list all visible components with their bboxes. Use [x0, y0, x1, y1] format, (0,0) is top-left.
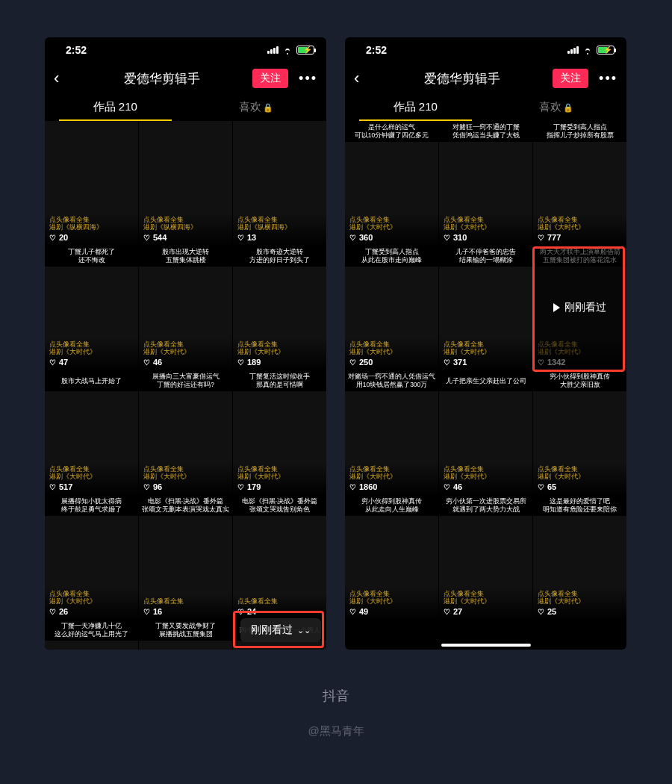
video-cell[interactable]: 丁蟹受到高人指点指挥儿子炒掉所有股票点头像看全集港剧《大时代》♡777	[533, 121, 626, 245]
video-footer: 点头像看全集港剧《大时代》♡27	[439, 587, 532, 619]
video-cell[interactable]: 丁蟹受到高人指点从此在股市走向巅峰点头像看全集港剧《大时代》♡250	[345, 246, 438, 370]
video-cell[interactable]: 股市大战马上开始了点头像看全集港剧《大时代》♡517	[45, 370, 138, 494]
video-footer: 点头像看全集港剧《大时代》♡371	[439, 337, 532, 370]
video-cell[interactable]: 对赌场一窍不通的人凭借运气用10块钱居然赢了300万点头像看全集港剧《大时代》♡…	[345, 370, 438, 494]
video-title: 穷小伙第一次进股票交易所就遇到了两大势力大战	[439, 495, 532, 516]
status-time: 2:52	[366, 44, 387, 56]
like-count: ♡189	[237, 358, 322, 367]
video-footer: 点头像看全集港剧《大时代》♡777	[533, 213, 626, 245]
video-cell[interactable]: 两大天才联手上演草船借箭五蟹集团被打的落花流水点头像看全集港剧《大时代》♡134…	[533, 246, 626, 370]
video-cell[interactable]: 这是最好的爱情了吧明知道有危险还要来陪你点头像看全集港剧《大时代》♡25	[533, 495, 626, 619]
just-watched-overlay[interactable]: 刚刚看过	[533, 246, 626, 370]
like-count: ♡250	[349, 358, 434, 367]
tab-works[interactable]: 作品 210	[345, 94, 486, 121]
video-title: 电影《扫黑·决战》番外篇张颂文哭戏告别角色	[233, 495, 326, 516]
heart-icon: ♡	[143, 358, 150, 367]
video-title: 这是最好的爱情了吧明知道有危险还要来陪你	[533, 495, 626, 516]
video-cell[interactable]: 展播向三大富豪借运气丁蟹的好运还有吗?点头像看全集港剧《大时代》♡96	[139, 370, 232, 494]
like-count: ♡24	[237, 607, 322, 616]
video-footer: 点头像看全集港剧《大时代》♡46	[439, 462, 532, 494]
video-cell[interactable]: 点头像看全集港剧《纵横四海》♡13	[233, 121, 326, 245]
series-label: 点头像看全集港剧《大时代》	[538, 216, 622, 231]
video-cell[interactable]: 股市出现大逆转五蟹集体跳楼点头像看全集港剧《大时代》♡46	[139, 246, 232, 370]
caption-author: @黑马青年	[0, 724, 672, 738]
lock-icon: 🔒	[563, 103, 573, 112]
video-cell[interactable]: 是什么样的运气可以10分钟赚了四亿多元点头像看全集港剧《大时代》♡360	[345, 121, 438, 245]
video-footer: 点头像看全集港剧《大时代》♡49	[345, 587, 438, 619]
like-count: ♡371	[444, 358, 528, 367]
like-count: ♡26	[49, 607, 134, 616]
series-label: 点头像看全集港剧《大时代》	[143, 465, 228, 481]
series-label: 点头像看全集港剧《大时代》	[237, 340, 322, 356]
video-footer: 点头像看全集港剧《纵横四海》♡13	[233, 213, 326, 245]
video-cell[interactable]: 丁蟹儿子都死了还不悔改点头像看全集港剧《大时代》♡47	[45, 246, 138, 370]
like-count: ♡46	[143, 358, 228, 367]
heart-icon: ♡	[538, 234, 544, 242]
tab-likes[interactable]: 喜欢🔒	[186, 94, 327, 121]
video-title: 丁蟹受到高人指点从此在股市走向巅峰	[345, 246, 438, 267]
video-title: 穷小伙得到股神真传从此走向人生巅峰	[345, 495, 438, 516]
heart-icon: ♡	[49, 608, 56, 616]
heart-icon: ♡	[538, 483, 544, 491]
heart-icon: ♡	[444, 483, 450, 491]
heart-icon: ♡	[49, 234, 56, 242]
video-cell[interactable]: 股市奇迹大逆转方进的好日子到头了点头像看全集港剧《大时代》♡189	[233, 246, 326, 370]
video-grid[interactable]: 是什么样的运气可以10分钟赚了四亿多元点头像看全集港剧《大时代》♡360对赌狂一…	[345, 121, 626, 619]
heart-icon: ♡	[49, 483, 56, 491]
video-title: 丁蟹一天净赚几十亿这么好的运气马上用光了	[45, 620, 138, 641]
heart-icon: ♡	[49, 358, 56, 367]
video-title: 股市出现大逆转五蟹集体跳楼	[139, 246, 232, 267]
video-title: 股市大战马上开始了	[45, 370, 138, 391]
series-label: 点头像看全集港剧《大时代》	[538, 590, 622, 606]
heart-icon: ♡	[444, 608, 450, 616]
video-footer: 点头像看全集♡24	[233, 594, 326, 619]
video-cell[interactable]: 电影《扫黑·决战》番外篇张颂文无删本表演哭戏太真实点头像看全集♡16	[139, 495, 232, 619]
tab-likes[interactable]: 喜欢🔒	[486, 94, 627, 121]
video-footer: 点头像看全集港剧《大时代》♡26	[45, 587, 138, 619]
more-icon[interactable]: •••	[294, 71, 317, 87]
like-count: ♡517	[49, 482, 134, 491]
video-cell[interactable]: 丁蟹一天净赚几十亿这么好的运气马上用光了	[45, 620, 138, 650]
video-cell[interactable]: 电影《扫黑·决战》番外篇张颂文哭戏告别角色点头像看全集♡24	[233, 495, 326, 619]
video-cell[interactable]: 穷小伙得到股神真传大胜父亲旧敌点头像看全集港剧《大时代》♡65	[533, 370, 626, 494]
like-count: ♡20	[49, 233, 134, 242]
signal-icon	[267, 46, 279, 54]
video-title: 儿子把亲生父亲赶出了公司	[439, 370, 532, 391]
heart-icon: ♡	[237, 608, 244, 616]
video-cell[interactable]: 丁蟹复活这时候收手那真的是可惜啊点头像看全集港剧《大时代》♡179	[233, 370, 326, 494]
video-title: 丁蟹儿子都死了还不悔改	[45, 246, 138, 267]
heart-icon: ♡	[237, 483, 244, 491]
video-title: 展播得知小犹太得病终于鼓足勇气求婚了	[45, 495, 138, 516]
caption-app-name: 抖音	[0, 687, 672, 705]
video-cell[interactable]: 对赌狂一窍不通的丁蟹凭借鸿运当头赚了大钱点头像看全集港剧《大时代》♡310	[439, 121, 532, 245]
follow-button[interactable]: 关注	[252, 69, 288, 88]
video-grid[interactable]: 点头像看全集港剧《纵横四海》♡20点头像看全集港剧《纵横四海》♡544点头像看全…	[45, 121, 326, 650]
video-cell[interactable]: 点头像看全集港剧《纵横四海》♡20	[45, 121, 138, 245]
back-icon[interactable]: ‹	[54, 69, 72, 88]
video-cell[interactable]: 穷小伙得到股神真传从此走向人生巅峰点头像看全集港剧《大时代》♡49	[345, 495, 438, 619]
heart-icon: ♡	[349, 608, 356, 616]
just-watched-pill[interactable]: 刚刚看过 ⌄⌄	[240, 618, 321, 642]
video-cell[interactable]: 儿子把亲生父亲赶出了公司点头像看全集港剧《大时代》♡46	[439, 370, 532, 494]
heart-icon: ♡	[349, 358, 356, 367]
video-footer: 点头像看全集港剧《纵横四海》♡544	[139, 213, 232, 245]
series-label: 点头像看全集港剧《大时代》	[444, 590, 528, 606]
back-icon[interactable]: ‹	[354, 69, 372, 88]
video-title: 穷小伙得到股神真传大胜父亲旧敌	[533, 370, 626, 391]
heart-icon: ♡	[143, 608, 150, 616]
like-count: ♡49	[349, 607, 434, 616]
video-title: 是什么样的运气可以10分钟赚了四亿多元	[345, 121, 438, 142]
tab-works[interactable]: 作品 210	[45, 94, 186, 121]
video-cell[interactable]: 丁蟹又要发战争财了展播挑战五蟹集团	[139, 620, 232, 650]
series-label: 点头像看全集港剧《大时代》	[349, 340, 434, 356]
heart-icon: ♡	[237, 358, 244, 367]
like-count: ♡65	[538, 482, 622, 491]
video-cell[interactable]: 点头像看全集港剧《纵横四海》♡544	[139, 121, 232, 245]
follow-button[interactable]: 关注	[553, 69, 588, 88]
video-cell[interactable]: 展播得知小犹太得病终于鼓足勇气求婚了点头像看全集港剧《大时代》♡26	[45, 495, 138, 619]
wifi-icon	[582, 46, 594, 55]
video-cell[interactable]: 儿子不停爸爸的忠告结果输的一塌糊涂点头像看全集港剧《大时代》♡371	[439, 246, 532, 370]
more-icon[interactable]: •••	[594, 71, 617, 87]
video-cell[interactable]: 穷小伙第一次进股票交易所就遇到了两大势力大战点头像看全集港剧《大时代》♡27	[439, 495, 532, 619]
video-footer: 点头像看全集港剧《大时代》♡47	[45, 337, 138, 370]
